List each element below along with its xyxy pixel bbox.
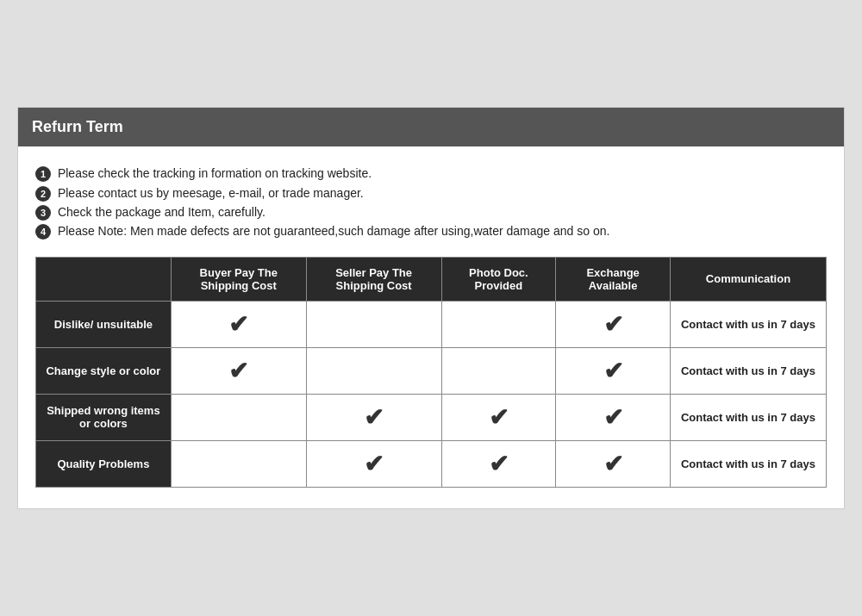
checkmark-icon: ✔	[489, 451, 509, 477]
cell-seller-pay-2: ✔	[306, 394, 441, 440]
return-term-card: Refurn Term 1 Please check the tracking …	[17, 107, 845, 509]
cell-situation-1: Change style or color	[36, 347, 172, 394]
instructions-section: 1 Please check the tracking in formation…	[35, 164, 827, 241]
cell-seller-pay-0	[306, 301, 441, 347]
instruction-2: 2 Please contact us by meesage, e-mail, …	[35, 184, 827, 202]
col-buyer-pay: Buyer Pay The Shipping Cost	[171, 257, 306, 301]
checkmark-icon: ✔	[603, 451, 623, 477]
cell-communication-0: Contact with us in 7 days	[670, 301, 826, 347]
cell-photo-doc-3: ✔	[441, 440, 556, 487]
checkmark-icon: ✔	[489, 404, 509, 431]
card-header: Refurn Term	[18, 108, 844, 146]
card-title: Refurn Term	[32, 118, 123, 135]
checkmark-icon: ✔	[603, 358, 623, 384]
cell-communication-2: Contact with us in 7 days	[670, 394, 826, 440]
col-situation	[36, 257, 172, 301]
cell-situation-0: Dislike/ unsuitable	[36, 301, 172, 347]
cell-situation-2: Shipped wrong items or colors	[36, 394, 172, 440]
checkmark-icon: ✔	[228, 311, 248, 338]
cell-exchange-0: ✔	[556, 301, 671, 347]
instruction-num-2: 2	[35, 186, 51, 202]
instruction-3: 3 Check the package and Item, carefully.	[35, 202, 827, 221]
cell-seller-pay-3: ✔	[306, 440, 441, 487]
col-photo-doc: Photo Doc. Provided	[441, 257, 556, 301]
instruction-num-1: 1	[35, 166, 51, 182]
checkmark-icon: ✔	[603, 311, 623, 338]
communication-text: Contact with us in 7 days	[681, 364, 815, 377]
communication-text: Contact with us in 7 days	[681, 411, 815, 424]
instruction-num-3: 3	[35, 205, 51, 221]
col-seller-pay: Seller Pay The Shipping Cost	[306, 257, 441, 301]
cell-photo-doc-1	[441, 347, 556, 394]
cell-buyer-pay-2	[171, 394, 306, 440]
communication-text: Contact with us in 7 days	[681, 318, 815, 331]
cell-communication-1: Contact with us in 7 days	[670, 347, 826, 394]
cell-photo-doc-0	[441, 301, 556, 347]
instruction-1: 1 Please check the tracking in formation…	[35, 164, 827, 183]
checkmark-icon: ✔	[228, 358, 248, 384]
cell-buyer-pay-3	[171, 440, 306, 487]
table-row: Dislike/ unsuitable✔✔Contact with us in …	[36, 301, 827, 347]
cell-exchange-1: ✔	[556, 347, 671, 394]
table-row: Quality Problems✔✔✔Contact with us in 7 …	[36, 440, 827, 487]
checkmark-icon: ✔	[364, 404, 384, 431]
return-table: Buyer Pay The Shipping Cost Seller Pay T…	[35, 257, 827, 488]
cell-buyer-pay-1: ✔	[171, 347, 306, 394]
instruction-4: 4 Please Note: Men made defects are not …	[35, 221, 827, 240]
cell-exchange-2: ✔	[556, 394, 671, 440]
cell-communication-3: Contact with us in 7 days	[670, 440, 826, 487]
cell-situation-3: Quality Problems	[36, 440, 172, 487]
table-row: Change style or color✔✔Contact with us i…	[36, 347, 827, 394]
checkmark-icon: ✔	[603, 404, 623, 431]
card-body: 1 Please check the tracking in formation…	[18, 146, 844, 508]
table-header-row: Buyer Pay The Shipping Cost Seller Pay T…	[36, 257, 827, 301]
cell-exchange-3: ✔	[556, 440, 671, 487]
checkmark-icon: ✔	[364, 451, 384, 477]
cell-photo-doc-2: ✔	[441, 394, 556, 440]
table-row: Shipped wrong items or colors✔✔✔Contact …	[36, 394, 827, 440]
cell-buyer-pay-0: ✔	[171, 301, 306, 347]
instruction-num-4: 4	[35, 224, 51, 240]
col-communication: Communication	[670, 257, 826, 301]
communication-text: Contact with us in 7 days	[681, 457, 815, 470]
cell-seller-pay-1	[306, 347, 441, 394]
col-exchange: Exchange Available	[556, 257, 671, 301]
